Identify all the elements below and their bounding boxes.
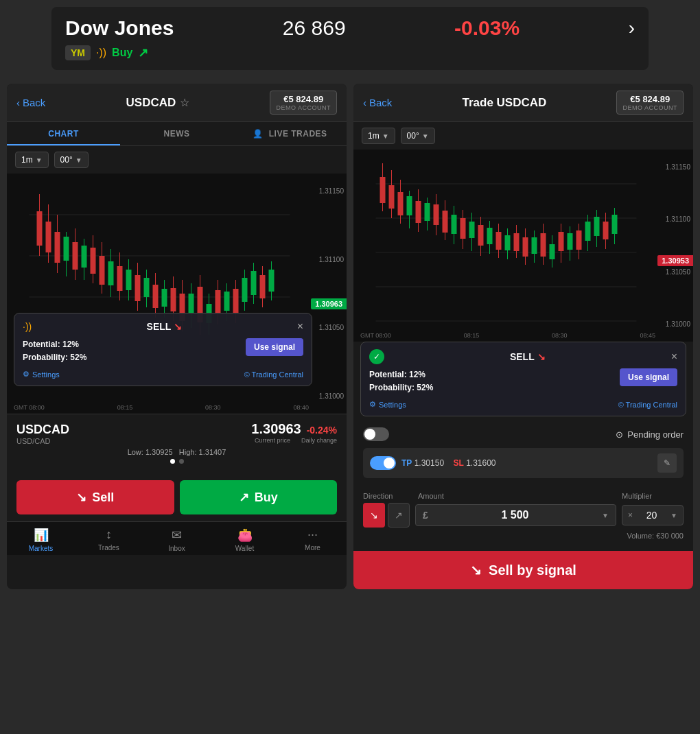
svg-rect-10 <box>55 232 60 263</box>
right-gmt-label-4: 08:45 <box>640 332 655 339</box>
timeframe-selector[interactable]: 1m ▼ <box>15 152 49 168</box>
nav-inbox[interactable]: ✉ Inbox <box>143 528 211 552</box>
back-button[interactable]: ‹ Back <box>16 97 45 108</box>
title-group: USDCAD ☆ <box>126 96 190 110</box>
balance-sub: DEMO ACCOUNT <box>276 104 331 111</box>
dropdown-arrow-icon: ▼ <box>422 132 429 140</box>
nav-trades[interactable]: ↕ Trades <box>75 528 143 552</box>
svg-rect-6 <box>37 211 43 246</box>
right-signal-close-button[interactable]: × <box>671 351 677 363</box>
ticker-bar: Dow Jones 26 869 -0.03% › YM ·)) Buy ↗ <box>51 7 649 70</box>
instrument-info: USDCAD USD/CAD 1.30963 -0.24% Current pr… <box>7 414 347 473</box>
trade-buttons: ↘ Sell ↗ Buy <box>7 473 347 521</box>
svg-rect-79 <box>443 211 448 233</box>
signal-stats: Potential: 12% Probability: 52% <box>23 338 86 364</box>
green-check-icon: ✓ <box>369 349 384 364</box>
amount-value: 1 500 <box>501 509 528 521</box>
trade-section: ⊙ Pending order TP 1.30150 SL 1.31600 ✎ <box>353 422 693 492</box>
param-inputs-row: ↘ ↗ £ 1 500 ▼ × 20 ▼ <box>363 503 684 528</box>
svg-rect-85 <box>469 222 475 238</box>
right-price-label-4: 1.31000 <box>666 320 690 328</box>
right-timeframe-selector[interactable]: 1m ▼ <box>362 128 395 144</box>
svg-rect-67 <box>389 185 395 209</box>
indicator-selector[interactable]: 00° ▼ <box>54 152 89 168</box>
tab-chart[interactable]: CHART <box>7 122 120 145</box>
svg-rect-26 <box>126 270 132 290</box>
sl-tp-row: TP 1.30150 SL 1.31600 ✎ <box>363 448 684 478</box>
gmt-label-3: 08:30 <box>205 404 221 411</box>
clock-icon: ⊙ <box>616 429 623 440</box>
sell-button[interactable]: ↘ Sell <box>16 480 174 514</box>
right-back-button[interactable]: ‹ Back <box>363 97 392 108</box>
nav-more[interactable]: ··· More <box>279 528 347 552</box>
sl-tp-values: TP 1.30150 SL 1.31600 <box>401 458 652 468</box>
svg-rect-18 <box>91 248 96 274</box>
right-gmt-label-2: 08:15 <box>464 332 480 339</box>
right-chart-controls: 1m ▼ 00° ▼ <box>353 122 693 150</box>
signal-close-button[interactable]: × <box>297 320 303 333</box>
right-price-label-3: 1.31050 <box>666 268 690 276</box>
use-signal-button[interactable]: Use signal <box>246 338 303 356</box>
multiplier-input-field[interactable]: × 20 ▼ <box>622 505 684 525</box>
svg-rect-34 <box>162 289 167 307</box>
price-label-1: 1.31150 <box>319 187 344 195</box>
svg-rect-97 <box>523 237 528 257</box>
svg-rect-48 <box>224 292 230 311</box>
gmt-label-2: 08:15 <box>117 404 133 411</box>
direction-buy-button[interactable]: ↗ <box>388 503 410 528</box>
signal-icon: ·)) <box>96 47 106 59</box>
nav-wallet[interactable]: 👛 Wallet <box>211 528 279 552</box>
signal-body: Potential: 12% Probability: 52% Use sign… <box>23 338 303 364</box>
sell-arrow-icon: ↘ <box>76 490 86 505</box>
right-settings-link[interactable]: ⚙ Settings <box>369 400 406 409</box>
svg-rect-14 <box>73 242 78 270</box>
sell-by-signal-button[interactable]: ↘ Sell by signal <box>353 551 693 589</box>
svg-rect-99 <box>532 237 537 254</box>
price-label-4: 1.31000 <box>319 392 344 400</box>
right-gmt-label-3: 08:30 <box>552 332 568 339</box>
right-signal-footer: ⚙ Settings © Trading Central <box>369 400 677 409</box>
amount-input-field[interactable]: £ 1 500 ▼ <box>415 504 616 526</box>
current-price-tag: 1.30963 <box>311 298 347 309</box>
nav-markets[interactable]: 📊 Markets <box>7 528 75 552</box>
dot-1 <box>170 459 175 464</box>
right-chart-area: 1.31150 1.31100 1.31050 1.31000 GMT 08:0… <box>353 150 693 342</box>
pending-order-toggle[interactable] <box>363 427 389 441</box>
chevron-right-icon[interactable]: › <box>629 17 635 39</box>
sl-tp-edit-button[interactable]: ✎ <box>657 453 677 473</box>
instrument-main-row: USDCAD USD/CAD 1.30963 -0.24% Current pr… <box>16 421 337 445</box>
gear-icon: ⚙ <box>23 370 30 379</box>
settings-link[interactable]: ⚙ Settings <box>23 370 60 379</box>
svg-rect-93 <box>505 235 511 250</box>
multiplier-x: × <box>628 510 633 520</box>
right-indicator-selector[interactable]: 00° ▼ <box>401 128 435 144</box>
signal-wave-icon: ·)) <box>23 321 32 332</box>
svg-rect-107 <box>568 233 573 250</box>
instrument-change: -0.24% <box>307 425 337 436</box>
direction-sell-button[interactable]: ↘ <box>363 503 385 528</box>
balance-amount: €5 824.89 <box>276 94 331 104</box>
buy-button[interactable]: ↗ Buy <box>180 480 338 514</box>
potential-stat: Potential: 12% <box>23 338 86 351</box>
svg-rect-87 <box>478 225 484 246</box>
svg-rect-69 <box>398 192 404 215</box>
tab-news[interactable]: NEWS <box>120 122 233 145</box>
svg-rect-28 <box>135 275 141 301</box>
page-dots <box>16 459 337 464</box>
currency-symbol: £ <box>423 510 428 521</box>
tab-live-trades[interactable]: 👤 LIVE TRADES <box>233 122 347 145</box>
svg-rect-40 <box>189 294 194 314</box>
pending-order-row: ⊙ Pending order <box>363 427 684 441</box>
sl-tp-toggle[interactable] <box>370 456 396 470</box>
svg-rect-30 <box>144 278 150 297</box>
svg-rect-73 <box>416 201 421 223</box>
gmt-label-4: 08:40 <box>293 404 309 411</box>
back-label: Back <box>23 97 45 108</box>
svg-rect-12 <box>64 237 69 261</box>
svg-rect-103 <box>550 244 555 259</box>
right-use-signal-button[interactable]: Use signal <box>620 368 677 386</box>
sell-by-signal-arrow-icon: ↘ <box>470 562 482 578</box>
star-icon[interactable]: ☆ <box>180 96 189 109</box>
right-signal-stats: Potential: 12% Probability: 52% <box>369 368 433 394</box>
ticker-action[interactable]: Buy <box>112 47 132 59</box>
